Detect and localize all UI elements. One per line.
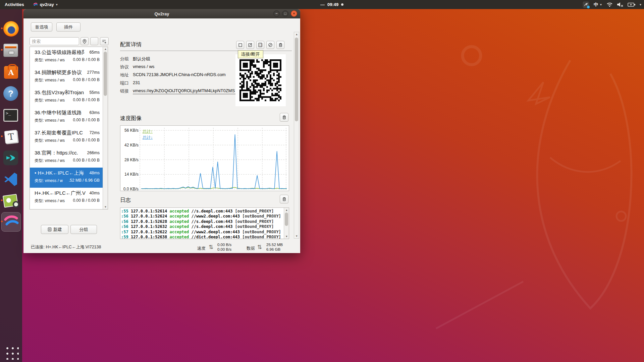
clock[interactable]: — 09:49	[320, 2, 343, 7]
app-menu[interactable]: qv2ray ▾	[33, 0, 58, 9]
activities-button[interactable]: Activities	[5, 0, 24, 9]
data-down-value: 6.96 GB	[266, 247, 283, 252]
log-line: :56 127.0.0.1:52632 accepted //s.deepl.c…	[121, 224, 289, 229]
log-lines: :55 127.0.0.1:52614 accepted //s.deepl.c…	[121, 209, 289, 239]
dock-ubuntu-software-icon[interactable]: A	[3, 64, 19, 80]
clear-log-button[interactable]	[280, 195, 288, 203]
server-type: 类型: vmess / ws	[35, 118, 73, 123]
dock-show-applications-icon[interactable]	[3, 344, 19, 360]
blank-tool-button[interactable]	[90, 37, 98, 45]
window-statusbar: 已连接: H+.HK←IPLC←上海.VI72138 速度 ⇅ 0.00 B/s…	[23, 241, 300, 253]
edit-config-button[interactable]	[246, 41, 254, 49]
wifi-icon	[606, 2, 613, 7]
search-input[interactable]	[30, 37, 79, 45]
server-ping: 63ms	[89, 110, 100, 116]
server-type: 类型: vmess / ws	[35, 77, 73, 83]
circle-slash-icon	[268, 43, 273, 47]
log-view[interactable]: :55 127.0.0.1:52614 accepted //s.deepl.c…	[120, 207, 289, 239]
dock-shotwell-icon[interactable]	[3, 193, 19, 208]
clear-graph-button[interactable]	[280, 113, 288, 122]
window-titlebar[interactable]: Qv2ray − □ ×	[23, 9, 300, 18]
server-usage: 0.00 B / 0.00 B	[73, 77, 100, 83]
latency-test-button[interactable]	[266, 41, 274, 49]
scroll-up-icon[interactable]: ▲	[284, 208, 289, 212]
delete-config-button[interactable]	[276, 41, 284, 49]
trash-icon	[282, 115, 286, 120]
dock-files-icon[interactable]	[3, 43, 19, 58]
system-status-menu[interactable]: ▾	[606, 0, 641, 9]
log-line: :56 127.0.0.1:52624 accepted //www2.deep…	[121, 214, 289, 219]
server-row[interactable]: 36.中继中转隧道线路63ms类型: vmess / ws0.00 B / 0.…	[30, 107, 108, 127]
svg-text:{}: {}	[259, 44, 262, 47]
server-ping: 40ms	[89, 190, 100, 196]
speed-section-title: 速度图像	[120, 115, 142, 122]
scroll-up-icon[interactable]: ▲	[103, 47, 108, 51]
server-ping: 65ms	[89, 49, 100, 56]
close-button[interactable]: ×	[291, 10, 297, 17]
scroll-down-icon[interactable]: ▼	[103, 205, 108, 209]
data-label: 数据	[247, 246, 255, 251]
detail-row-port: 端口 231	[120, 80, 140, 86]
input-method-icon[interactable]	[583, 2, 589, 8]
share-link-value[interactable]: vmess://eyJhZGQiOiJTQ0ROLjcyMTM4LkpNT0ZM…	[133, 88, 239, 94]
server-row[interactable]: • H+.HK←IPLC←上海48ms类型: vmess / w.52 MB /…	[30, 168, 108, 188]
data-up-value: 25.52 MB	[266, 243, 283, 247]
dock-terminal-icon[interactable]: >_	[3, 108, 19, 123]
dock-qv2ray-icon[interactable]	[3, 214, 19, 230]
dock-text-editor-icon[interactable]: T	[3, 129, 19, 144]
dock-vscode-icon[interactable]	[3, 172, 19, 187]
qr-code-box	[235, 54, 286, 106]
server-usage: 0.00 B / 0.00 B	[73, 138, 100, 143]
group-label: 分组	[79, 227, 88, 233]
connect-disconnect-button[interactable]	[236, 41, 244, 49]
dock-remmina-icon[interactable]	[3, 150, 19, 166]
scrollbar-thumb[interactable]	[104, 52, 107, 96]
scroll-up-icon[interactable]: ▲	[294, 32, 299, 37]
legend-total-download[interactable]: 总计↓	[143, 135, 153, 140]
app-menu-label: qv2ray	[40, 2, 54, 7]
details-title: 配置详情	[120, 41, 142, 48]
detail-value: 默认分组	[133, 56, 150, 62]
running-dot	[1, 49, 3, 51]
scrollbar-thumb[interactable]	[285, 213, 288, 226]
plugins-button[interactable]: 插件	[56, 22, 80, 32]
server-type: 类型: vmess / ws	[35, 98, 73, 103]
log-scrollbar[interactable]: ▲ ▼	[284, 208, 289, 239]
dock-firefox-icon[interactable]	[3, 21, 19, 37]
server-row[interactable]: 35.包括V2ray和Trojan55ms类型: vmess / ws0.00 …	[30, 87, 108, 107]
maximize-button[interactable]: □	[282, 10, 288, 17]
speed-values: 0.00 B/s 0.00 B/s	[217, 243, 231, 252]
minimize-button[interactable]: −	[273, 10, 280, 17]
edit-json-button[interactable]: {}	[256, 41, 264, 49]
trash-icon	[278, 43, 283, 47]
scroll-down-icon[interactable]: ▼	[294, 234, 299, 238]
server-row[interactable]: 38.官网：https://cc.266ms类型: vmess / ws0.00…	[30, 147, 108, 168]
server-list-scrollbar[interactable]: ▲ ▼	[103, 47, 108, 209]
locate-button[interactable]	[80, 37, 89, 45]
server-row[interactable]: 34.捐贈解锁更多协议277ms类型: vmess / ws0.00 B / 0…	[30, 67, 108, 87]
speed-down-value: 0.00 B/s	[217, 247, 231, 252]
app-menu-chevron-icon: ▾	[56, 3, 58, 6]
server-row[interactable]: 33.公益等级線路嚴格阝65ms类型: vmess / ws0.00 B / 0…	[30, 47, 108, 67]
legend-total-upload[interactable]: 总计↑	[143, 129, 153, 134]
dock-help-icon[interactable]: ?	[3, 86, 19, 102]
trash-icon	[282, 197, 286, 201]
detail-label: 端口	[120, 80, 133, 86]
ime-language-menu[interactable]: 中 ▾	[594, 0, 602, 9]
detail-row-link: 链接 vmess://eyJhZGQiOiJTQ0ROLjcyMTM4LkpNT…	[120, 88, 239, 94]
preferences-button[interactable]: 首选项	[31, 22, 52, 32]
scrollbar-thumb[interactable]	[295, 38, 298, 121]
detail-label: 地址	[120, 72, 133, 78]
scroll-down-icon[interactable]: ▼	[284, 234, 289, 239]
main-scrollbar[interactable]: ▲ ▼	[294, 32, 299, 239]
server-row[interactable]: H+.HK←IPLC←	[30, 208, 108, 209]
group-button[interactable]: 分组	[70, 225, 97, 234]
sort-button[interactable]	[100, 37, 109, 45]
json-braces-icon: {}	[258, 43, 263, 47]
server-row[interactable]: H+.HK←IPLC←广州.V40ms类型: vmess / ws0.00 B …	[30, 188, 108, 208]
new-config-button[interactable]: 新建	[41, 225, 68, 234]
server-name: 33.公益等级線路嚴格阝	[35, 49, 89, 56]
server-row[interactable]: 37.长期套餐覆盖IPLC72ms类型: vmess / ws0.00 B / …	[30, 127, 108, 147]
log-line: :57 127.0.0.1:52622 accepted //www2.deep…	[121, 230, 289, 235]
running-dot	[1, 221, 3, 222]
